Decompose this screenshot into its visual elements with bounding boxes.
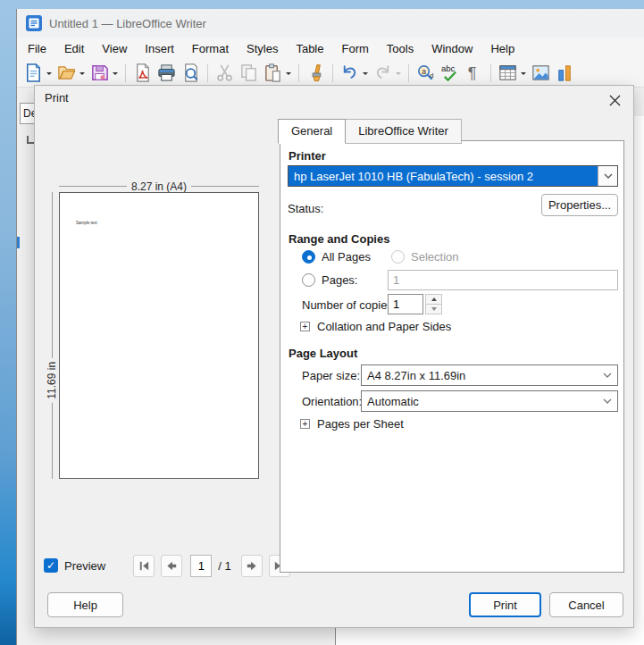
paste-icon[interactable] [261, 62, 294, 85]
chevron-down-icon[interactable] [598, 365, 617, 385]
menu-table[interactable]: Table [287, 39, 332, 58]
copies-input[interactable] [388, 294, 423, 314]
chevron-down-icon[interactable] [598, 391, 617, 411]
menu-tools[interactable]: Tools [378, 39, 422, 58]
expand-plus-icon[interactable]: + [300, 419, 310, 429]
pages-range-input[interactable] [388, 270, 618, 290]
tab-general[interactable]: General [278, 119, 346, 144]
toolbar-separator [125, 64, 126, 82]
current-page-input[interactable] [190, 555, 212, 577]
toolbar-separator [490, 64, 491, 82]
cut-icon [213, 62, 237, 85]
open-icon[interactable] [54, 62, 88, 85]
clone-formatting-icon[interactable] [304, 62, 328, 85]
svg-text:a: a [422, 67, 426, 76]
page-width-label: 8.27 in (A4) [131, 180, 187, 193]
next-page-icon [245, 559, 258, 573]
all-pages-radio[interactable]: All Pages [302, 250, 371, 264]
spin-up-icon[interactable] [426, 295, 441, 304]
insert-chart-icon[interactable] [553, 62, 577, 85]
insert-image-icon[interactable] [529, 62, 553, 85]
help-button[interactable]: Help [47, 592, 123, 617]
menu-file[interactable]: File [19, 39, 55, 58]
preview-controls: Preview / 1 [44, 554, 312, 577]
menu-format[interactable]: Format [183, 39, 238, 58]
close-icon[interactable] [604, 89, 625, 111]
writer-app-icon [26, 15, 42, 31]
print-direct-icon[interactable] [155, 62, 179, 85]
range-section-heading: Range and Copies [289, 232, 389, 246]
first-page-button[interactable] [133, 555, 155, 577]
page-height-dimension: 11.69 in [46, 192, 58, 479]
print-preview-page: Sample text [59, 192, 259, 479]
chevron-down-icon[interactable] [598, 166, 617, 186]
layout-section-heading: Page Layout [289, 347, 357, 360]
orientation-select[interactable]: Automatic [361, 390, 618, 412]
scroll-indicator [17, 237, 20, 248]
menu-form[interactable]: Form [332, 39, 377, 58]
formatting-marks-icon[interactable]: ¶ [462, 62, 486, 85]
window-title: Untitled 1 — LibreOffice Writer [49, 17, 206, 30]
copies-spinner [388, 294, 442, 314]
save-icon[interactable] [88, 62, 121, 85]
paper-size-select[interactable]: A4 8.27in x 11.69in [361, 364, 618, 386]
first-page-icon [138, 559, 151, 573]
pages-per-sheet-label: Pages per Sheet [317, 417, 404, 431]
next-page-button[interactable] [241, 555, 263, 577]
tab-libreoffice-writer[interactable]: LibreOffice Writer [346, 119, 462, 144]
orientation-value: Automatic [362, 391, 598, 411]
svg-text:d: d [430, 71, 433, 80]
dialog-tabs: General LibreOffice Writer [278, 119, 462, 143]
menu-insert[interactable]: Insert [136, 39, 183, 58]
menu-styles[interactable]: Styles [238, 39, 287, 58]
page-width-dimension: 8.27 in (A4) [59, 180, 259, 193]
copies-label: Number of copies: [302, 298, 397, 312]
paper-size-label: Paper size: [302, 369, 360, 382]
desktop: Untitled 1 — LibreOffice Writer FileEdit… [0, 0, 644, 645]
dialog-title: Print [45, 91, 69, 105]
printer-select[interactable]: hp LaserJet 1010 HB (FabulaTech) - sessi… [288, 165, 618, 187]
page-height-label: 11.69 in [46, 357, 58, 402]
collation-label: Collation and Paper Sides [317, 320, 451, 333]
radio-dot [302, 250, 315, 264]
svg-text:abc: abc [441, 63, 456, 73]
sample-text: Sample text [76, 221, 97, 225]
expand-plus-icon[interactable]: + [300, 322, 310, 331]
copy-icon [237, 62, 261, 85]
print-preview-icon[interactable] [179, 62, 203, 85]
general-tab-panel: Printer hp LaserJet 1010 HB (FabulaTech)… [280, 140, 624, 573]
spelling-icon[interactable]: abc [438, 62, 462, 85]
printer-selected-value: hp LaserJet 1010 HB (FabulaTech) - sessi… [289, 166, 598, 186]
preview-checkbox[interactable] [44, 558, 58, 573]
print-dialog: Print General LibreOffice Writer Printer… [34, 85, 634, 628]
spin-down-icon[interactable] [426, 304, 441, 314]
export-pdf-icon[interactable] [130, 62, 155, 85]
svg-text:¶: ¶ [468, 64, 477, 82]
selection-label: Selection [411, 250, 458, 264]
find-replace-icon[interactable]: ad [414, 62, 438, 85]
redo-icon [371, 62, 404, 85]
undo-icon[interactable] [338, 62, 371, 85]
menu-help[interactable]: Help [481, 39, 523, 58]
printer-section-heading: Printer [289, 149, 326, 163]
insert-table-icon[interactable] [496, 62, 529, 85]
properties-button[interactable]: Properties... [541, 194, 618, 216]
title-bar: Untitled 1 — LibreOffice Writer [17, 9, 644, 38]
standard-toolbar: adabc¶ [17, 59, 644, 88]
toolbar-separator [408, 64, 409, 82]
cancel-button[interactable]: Cancel [549, 592, 623, 617]
previous-page-button[interactable] [161, 555, 182, 577]
new-document-icon[interactable] [21, 62, 54, 85]
radio-dot [391, 250, 405, 264]
pages-radio[interactable]: Pages: [302, 273, 357, 287]
toolbar-separator [298, 64, 299, 82]
paper-size-value: A4 8.27in x 11.69in [362, 365, 598, 385]
pages-per-sheet-expander[interactable]: + Pages per Sheet [300, 417, 404, 431]
menu-view[interactable]: View [93, 39, 136, 58]
collation-expander[interactable]: + Collation and Paper Sides [300, 320, 451, 333]
menu-window[interactable]: Window [422, 39, 481, 58]
menu-edit[interactable]: Edit [55, 39, 93, 58]
menu-bar: FileEditViewInsertFormatStylesTableFormT… [17, 38, 644, 59]
print-button[interactable]: Print [469, 592, 541, 617]
toolbar-separator [207, 64, 208, 82]
